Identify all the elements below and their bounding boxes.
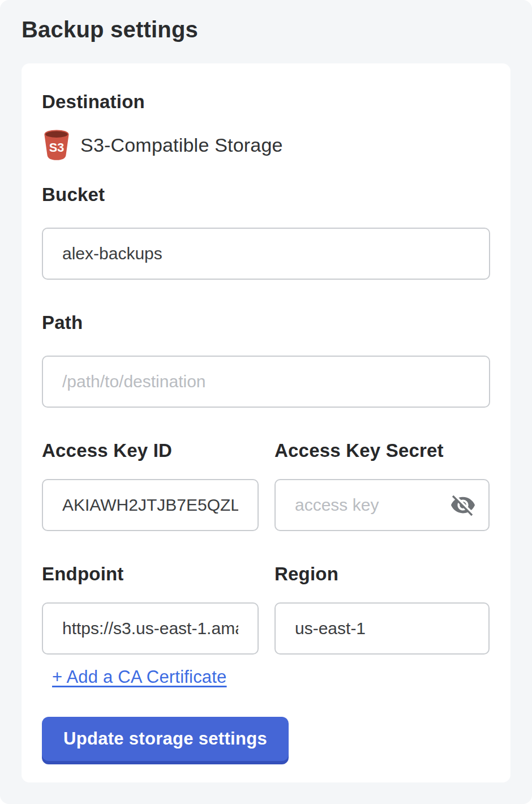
endpoint-region-row: Endpoint Region [42, 563, 490, 655]
path-label: Path [42, 311, 490, 334]
endpoint-input[interactable] [42, 602, 259, 655]
backup-settings-page: Backup settings Destination S3 S3-Compat… [0, 0, 532, 804]
access-key-id-label: Access Key ID [42, 439, 259, 462]
access-keys-row: Access Key ID Access Key Secret [42, 439, 490, 531]
access-key-secret-label: Access Key Secret [274, 439, 490, 462]
endpoint-label: Endpoint [42, 563, 259, 585]
access-key-id-input[interactable] [42, 479, 259, 531]
bucket-label: Bucket [42, 183, 490, 206]
eye-off-icon[interactable] [450, 492, 476, 518]
add-ca-certificate-link[interactable]: + Add a CA Certificate [52, 667, 227, 687]
region-input[interactable] [274, 602, 490, 655]
access-key-id-field: Access Key ID [42, 439, 259, 531]
backup-settings-card: Destination S3 S3-Compatible Storage Buc… [22, 63, 510, 782]
s3-bucket-icon: S3 [42, 129, 71, 161]
destination-label: Destination [42, 91, 490, 113]
destination-value-row: S3 S3-Compatible Storage [42, 129, 490, 161]
region-label: Region [274, 563, 490, 585]
path-input[interactable] [42, 356, 490, 408]
update-storage-settings-button[interactable]: Update storage settings [42, 717, 289, 761]
access-key-secret-field: Access Key Secret [274, 439, 490, 531]
page-title: Backup settings [22, 17, 510, 42]
svg-text:S3: S3 [49, 140, 64, 155]
endpoint-field: Endpoint [42, 563, 259, 655]
region-field: Region [274, 563, 490, 655]
bucket-input[interactable] [42, 228, 490, 280]
destination-value: S3-Compatible Storage [80, 134, 283, 156]
